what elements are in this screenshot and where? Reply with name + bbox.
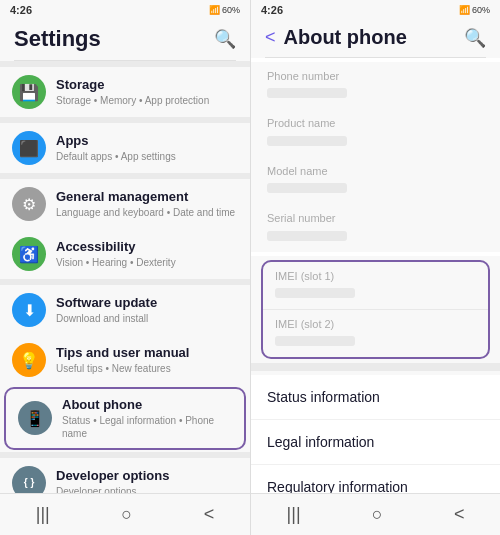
product-name-label: Product name <box>267 116 484 131</box>
signal-icon-right: 📶 <box>459 5 470 15</box>
about-menu-group: Status information Legal information Reg… <box>251 375 500 493</box>
status-icons-left: 📶 60% <box>209 5 240 15</box>
phone-number-value <box>267 88 347 98</box>
imei-slot1-value <box>275 288 355 298</box>
signal-icon: 📶 <box>209 5 220 15</box>
legal-information-item[interactable]: Legal information <box>251 420 500 465</box>
nav-menu-right[interactable]: ||| <box>277 502 311 527</box>
serial-number-item[interactable]: Serial number <box>251 204 500 251</box>
general-subtitle: Language and keyboard • Date and time <box>56 206 238 219</box>
about-list: Phone number Product name Model name Ser… <box>251 58 500 493</box>
tips-subtitle: Useful tips • New features <box>56 362 238 375</box>
apps-title: Apps <box>56 133 238 150</box>
accessibility-title: Accessibility <box>56 239 238 256</box>
phone-number-item[interactable]: Phone number <box>251 62 500 109</box>
sidebar-item-apps[interactable]: ⬛ Apps Default apps • App settings <box>0 123 250 173</box>
apps-subtitle: Default apps • App settings <box>56 150 238 163</box>
storage-icon: 💾 <box>12 75 46 109</box>
model-name-item[interactable]: Model name <box>251 157 500 204</box>
battery-label-right: 60% <box>472 5 490 15</box>
time-left: 4:26 <box>10 4 32 16</box>
battery-label: 60% <box>222 5 240 15</box>
right-panel: 4:26 📶 60% < About phone 🔍 Phone number … <box>250 0 500 535</box>
search-icon-right[interactable]: 🔍 <box>464 27 486 49</box>
tips-icon: 💡 <box>12 343 46 377</box>
status-bar-right: 4:26 📶 60% <box>251 0 500 20</box>
accessibility-icon: ♿ <box>12 237 46 271</box>
imei-group: IMEI (slot 1) IMEI (slot 2) <box>261 260 490 360</box>
about-phone-icon: 📱 <box>18 401 52 435</box>
software-update-subtitle: Download and install <box>56 312 238 325</box>
developer-subtitle: Developer options <box>56 485 238 493</box>
sidebar-item-accessibility[interactable]: ♿ Accessibility Vision • Hearing • Dexte… <box>0 229 250 279</box>
apps-icon: ⬛ <box>12 131 46 165</box>
imei-slot2-label: IMEI (slot 2) <box>275 317 476 332</box>
sidebar-item-storage[interactable]: 💾 Storage Storage • Memory • App protect… <box>0 67 250 117</box>
about-phone-subtitle: Status • Legal information • Phone name <box>62 414 232 440</box>
settings-list: 💾 Storage Storage • Memory • App protect… <box>0 61 250 493</box>
left-panel: 4:26 📶 60% Settings 🔍 💾 Storage Storage … <box>0 0 250 535</box>
storage-subtitle: Storage • Memory • App protection <box>56 94 238 107</box>
product-name-item[interactable]: Product name <box>251 109 500 156</box>
about-section-sep <box>251 363 500 371</box>
about-phone-page-title: About phone <box>284 26 407 49</box>
phone-number-label: Phone number <box>267 69 484 84</box>
sidebar-item-general[interactable]: ⚙ General management Language and keyboa… <box>0 179 250 229</box>
regulatory-information-item[interactable]: Regulatory information <box>251 465 500 493</box>
nav-back-right[interactable]: < <box>444 502 475 527</box>
serial-number-value <box>267 231 347 241</box>
left-header: Settings 🔍 <box>0 20 250 60</box>
sidebar-item-software-update[interactable]: ⬇ Software update Download and install <box>0 285 250 335</box>
imei-slot2-value <box>275 336 355 346</box>
serial-number-label: Serial number <box>267 211 484 226</box>
right-bottom-nav: ||| ○ < <box>251 493 500 535</box>
model-name-label: Model name <box>267 164 484 179</box>
status-bar-left: 4:26 📶 60% <box>0 0 250 20</box>
nav-home-left[interactable]: ○ <box>111 502 142 527</box>
imei-slot1-item[interactable]: IMEI (slot 1) <box>263 262 488 309</box>
software-update-icon: ⬇ <box>12 293 46 327</box>
about-phone-title: About phone <box>62 397 232 414</box>
left-bottom-nav: ||| ○ < <box>0 493 250 535</box>
back-button[interactable]: < <box>265 27 276 48</box>
developer-title: Developer options <box>56 468 238 485</box>
status-information-item[interactable]: Status information <box>251 375 500 420</box>
settings-title: Settings <box>14 26 101 52</box>
right-header: < About phone 🔍 <box>251 20 500 57</box>
imei-slot2-item[interactable]: IMEI (slot 2) <box>263 309 488 357</box>
nav-back-left[interactable]: < <box>194 502 225 527</box>
nav-home-right[interactable]: ○ <box>362 502 393 527</box>
imei-slot1-label: IMEI (slot 1) <box>275 269 476 284</box>
software-update-title: Software update <box>56 295 238 312</box>
developer-icon: { } <box>12 466 46 493</box>
tips-title: Tips and user manual <box>56 345 238 362</box>
general-title: General management <box>56 189 238 206</box>
storage-title: Storage <box>56 77 238 94</box>
accessibility-subtitle: Vision • Hearing • Dexterity <box>56 256 238 269</box>
general-icon: ⚙ <box>12 187 46 221</box>
time-right: 4:26 <box>261 4 283 16</box>
sidebar-item-about-phone[interactable]: 📱 About phone Status • Legal information… <box>4 387 246 450</box>
product-name-value <box>267 136 347 146</box>
sidebar-item-tips[interactable]: 💡 Tips and user manual Useful tips • New… <box>0 335 250 385</box>
status-icons-right: 📶 60% <box>459 5 490 15</box>
model-name-value <box>267 183 347 193</box>
search-icon[interactable]: 🔍 <box>214 28 236 50</box>
info-group: Phone number Product name Model name Ser… <box>251 58 500 256</box>
sidebar-item-developer[interactable]: { } Developer options Developer options <box>0 458 250 493</box>
nav-menu-left[interactable]: ||| <box>26 502 60 527</box>
